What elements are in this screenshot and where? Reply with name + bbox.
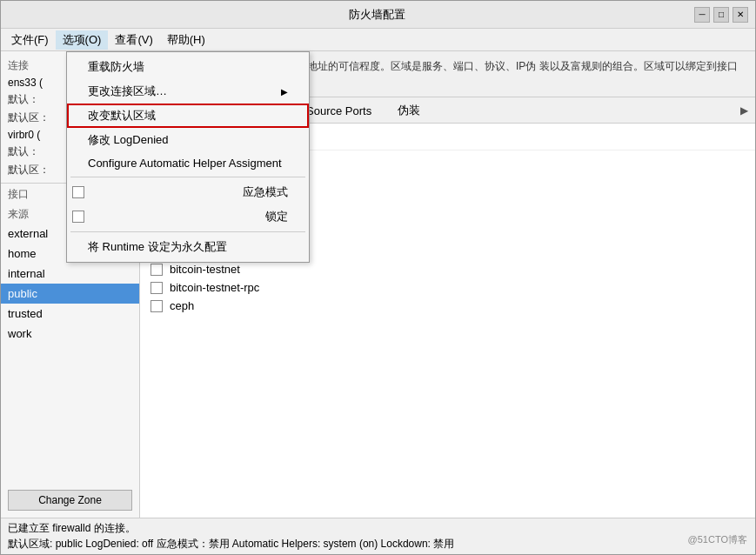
options-dropdown: 重载防火墙 更改连接区域… 改变默认区域 修改 LogDenied Config… [66,51,310,263]
bitcoin-testnet-rpc-checkbox[interactable] [151,282,163,294]
menu-help[interactable]: 帮助(H) [160,30,212,50]
dropdown-item-modify-logdenied[interactable]: 修改 LogDenied [67,128,309,152]
bitcoin-testnet-checkbox[interactable] [151,264,163,276]
service-bitcoin-testnet-rpc: bitcoin-testnet-rpc [140,278,755,297]
zone-public[interactable]: public [1,284,139,304]
watermark-text: @51CTO博客 [688,533,747,546]
dropdown-item-configure-helper[interactable]: Configure Automatic Helper Assigment [67,152,309,174]
dropdown-item-lockdown[interactable]: 锁定 [67,204,309,229]
tab-more-arrow[interactable]: ▶ [740,104,748,117]
ceph-checkbox[interactable] [151,300,163,312]
tab-masquerade[interactable]: 伪装 [385,97,433,124]
dropdown-item-change-default[interactable]: 改变默认区域 [67,104,309,128]
status-bar: 已建立至 firewalld 的连接。 默认区域: public LogDeni… [1,518,755,554]
maximize-button[interactable]: □ [713,7,729,23]
service-ceph: ceph [140,297,755,315]
emergency-checkbox[interactable] [72,186,84,198]
minimize-button[interactable]: ─ [694,7,710,23]
separator-1 [70,177,305,177]
status-line1: 已建立至 firewalld 的连接。 [8,521,748,536]
lockdown-checkbox[interactable] [72,211,84,223]
menu-view[interactable]: 查看(V) [108,30,159,50]
close-button[interactable]: ✕ [733,7,748,23]
menu-bar: 文件(F) 选项(O) 查看(V) 帮助(H) 重载防火墙 更改连接区域… 改变… [1,29,755,51]
menu-options[interactable]: 选项(O) [56,30,109,50]
zone-internal[interactable]: internal [1,264,139,284]
dropdown-item-runtime-perm[interactable]: 将 Runtime 设定为永久配置 [67,235,309,259]
dropdown-item-reload[interactable]: 重载防火墙 [67,55,309,79]
change-zone-button[interactable]: Change Zone [8,490,132,511]
separator-2 [70,231,305,232]
status-line2: 默认区域: public LogDenied: off 应急模式：禁用 Auto… [8,537,748,552]
title-bar: 防火墙配置 ─ □ ✕ [1,1,755,29]
window-title: 防火墙配置 [60,7,694,23]
zone-work[interactable]: work [1,324,139,344]
window-controls: ─ □ ✕ [694,7,748,23]
service-bitcoin-testnet: bitcoin-testnet [140,260,755,278]
menu-file[interactable]: 文件(F) [4,30,56,50]
zone-trusted[interactable]: trusted [1,304,139,324]
dropdown-item-emergency[interactable]: 应急模式 [67,180,309,204]
main-window: 防火墙配置 ─ □ ✕ 文件(F) 选项(O) 查看(V) 帮助(H) 重载防火… [0,0,756,555]
dropdown-item-change-zone[interactable]: 更改连接区域… [67,79,309,104]
